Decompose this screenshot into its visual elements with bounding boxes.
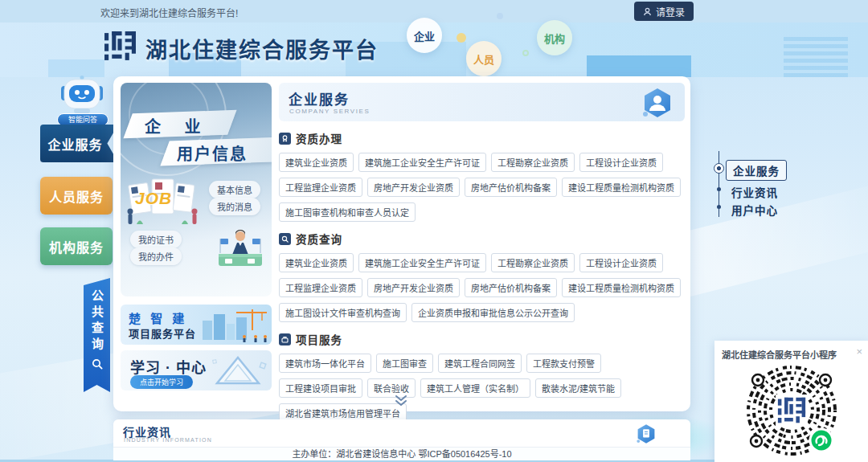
right-nav-company-services[interactable]: 企业服务 bbox=[726, 160, 787, 181]
section-qualification-handling: 资质办理 建筑业企业资质 建筑施工企业安全生产许可证 工程勘察企业资质 工程设计… bbox=[279, 130, 685, 222]
service-link[interactable]: 建设工程质量检测机构资质 bbox=[562, 278, 681, 297]
right-nav-active-marker bbox=[714, 163, 724, 174]
close-icon[interactable]: × bbox=[856, 345, 862, 358]
link-basic-info[interactable]: 基本信息 bbox=[209, 181, 260, 198]
section-qualification-query: 资质查询 建筑业企业资质 建筑施工企业安全生产许可证 工程勘察企业资质 工程设计… bbox=[279, 231, 685, 322]
qr-code-image bbox=[743, 362, 840, 459]
service-link[interactable]: 房地产开发企业资质 bbox=[367, 178, 460, 197]
bubble-org[interactable]: 机构 bbox=[537, 20, 572, 55]
section-project-services: 项目服务 建筑市场一体化平台 施工图审查 建筑工程合同网签 工程款支付预警 工程… bbox=[279, 331, 685, 423]
service-link[interactable]: 工程建设项目审批 bbox=[279, 378, 362, 398]
service-link[interactable]: 工程勘察企业资质 bbox=[491, 153, 575, 172]
service-link[interactable]: 工程款支付预警 bbox=[526, 354, 601, 373]
right-nav-dot bbox=[717, 187, 721, 191]
chuzhijian-banner[interactable]: 楚 智 建 项目服务平台 bbox=[121, 305, 272, 345]
decor-dot bbox=[457, 33, 466, 43]
login-button[interactable]: 请登录 bbox=[634, 2, 694, 21]
link-my-messages[interactable]: 我的消息 bbox=[209, 198, 260, 215]
services-subtitle: COMPANY SERVIES bbox=[289, 108, 370, 115]
study-center-title: 学习 · 中心 bbox=[130, 356, 207, 377]
company-person-hex-icon bbox=[641, 87, 674, 119]
decor-dot bbox=[497, 13, 503, 19]
public-query-label: 公共查询 bbox=[88, 289, 105, 354]
service-link[interactable]: 建筑施工企业安全生产许可证 bbox=[358, 153, 486, 172]
service-link[interactable]: 施工图审查 bbox=[376, 354, 433, 373]
footer-text: 主办单位：湖北省建设信息中心 鄂ICP备05016425号-10 bbox=[113, 447, 690, 460]
expand-more-chevron[interactable] bbox=[394, 395, 408, 409]
login-label: 请登录 bbox=[656, 5, 685, 18]
industry-news-card[interactable]: 行业资讯 INDUSTRY INFORMATION bbox=[113, 419, 690, 447]
public-query-ribbon[interactable]: 公共查询 bbox=[84, 278, 110, 392]
news-subtitle: INDUSTRY INFORMATION bbox=[124, 437, 212, 443]
service-link[interactable]: 施工图审查机构和审查人员认定 bbox=[279, 202, 416, 222]
qr-title: 湖北住建综合服务平台小程序 bbox=[722, 348, 837, 361]
service-link[interactable]: 工程设计企业资质 bbox=[579, 253, 663, 272]
service-link[interactable]: 房地产估价机构备案 bbox=[465, 178, 557, 197]
section-title: 项目服务 bbox=[296, 331, 342, 347]
service-link[interactable]: 工程设计企业资质 bbox=[579, 153, 663, 172]
service-link[interactable]: 建筑业企业资质 bbox=[279, 153, 354, 172]
building-silhouette bbox=[587, 55, 691, 77]
user-icon bbox=[643, 7, 652, 16]
page: 欢迎来到湖北住建综合服务平台! 请登录 湖北住建综合服务平台 企业 人员 机构 bbox=[0, 0, 868, 462]
user-panel-title-line2: 用户信息 bbox=[177, 141, 248, 165]
user-panel-title-line1: 企 业 bbox=[145, 114, 211, 137]
service-link[interactable]: 工程勘察企业资质 bbox=[491, 253, 575, 272]
building-silhouette bbox=[784, 37, 848, 77]
main-card: 企 业 用户信息 JOB 基本信息 我的消息 我的证书 我的办件 bbox=[113, 76, 690, 411]
certificate-icon bbox=[279, 133, 291, 145]
link-my-cases[interactable]: 我的办件 bbox=[130, 247, 182, 265]
sidebar-tab-org-services[interactable]: 机构服务 bbox=[40, 227, 113, 265]
service-link[interactable]: 联合验收 bbox=[367, 378, 416, 398]
construction-illustration bbox=[198, 306, 272, 343]
service-link[interactable]: 施工图设计文件审查机构查询 bbox=[279, 303, 407, 322]
job-label: JOB bbox=[135, 189, 172, 208]
service-link[interactable]: 建筑业企业资质 bbox=[279, 253, 354, 272]
service-link[interactable]: 工程监理企业资质 bbox=[279, 278, 362, 297]
service-link[interactable]: 建筑施工企业安全生产许可证 bbox=[358, 253, 486, 272]
services-panel: 企业服务 COMPANY SERVIES bbox=[279, 83, 685, 423]
search-doc-icon bbox=[279, 233, 291, 245]
site-title: 湖北住建综合服务平台 bbox=[145, 33, 379, 64]
service-desk-illustration bbox=[215, 226, 265, 271]
service-link[interactable]: 房地产估价机构备案 bbox=[465, 278, 557, 297]
right-nav-industry-news[interactable]: 行业资讯 bbox=[731, 184, 778, 200]
bubble-company[interactable]: 企业 bbox=[407, 18, 442, 53]
start-study-button[interactable]: 点击开始学习 bbox=[130, 375, 193, 389]
right-nav-user-center[interactable]: 用户中心 bbox=[731, 202, 778, 218]
service-link[interactable]: 建设工程质量检测机构资质 bbox=[562, 178, 681, 197]
service-link[interactable]: 建筑工程合同网签 bbox=[438, 354, 522, 373]
service-link[interactable]: 建筑工人管理（实名制） bbox=[420, 378, 530, 398]
miniprogram-qr-panel: 湖北住建综合服务平台小程序 × bbox=[714, 341, 868, 462]
section-title: 资质查询 bbox=[296, 231, 342, 247]
chuzhijian-title: 楚 智 建 bbox=[129, 309, 187, 326]
service-link[interactable]: 房地产开发企业资质 bbox=[367, 278, 460, 297]
study-center-banner[interactable]: 学习 · 中心 点击开始学习 bbox=[121, 350, 272, 390]
topbar: 欢迎来到湖北住建综合服务平台! bbox=[0, 0, 868, 22]
services-title: 企业服务 bbox=[289, 88, 350, 108]
bubble-person[interactable]: 人员 bbox=[466, 41, 502, 76]
sidebar-tab-person-services[interactable]: 人员服务 bbox=[40, 177, 113, 215]
ai-robot-icon[interactable] bbox=[53, 75, 111, 115]
briefcase-icon bbox=[279, 333, 291, 345]
service-link[interactable]: 工程监理企业资质 bbox=[279, 178, 362, 197]
chuzhijian-subtitle: 项目服务平台 bbox=[129, 325, 196, 341]
services-header: 企业服务 COMPANY SERVIES bbox=[279, 83, 685, 121]
triangle-illustration bbox=[209, 354, 268, 387]
service-link[interactable]: 建筑市场一体化平台 bbox=[279, 354, 371, 373]
sidebar-tab-company-services[interactable]: 企业服务 bbox=[40, 125, 118, 162]
welcome-text: 欢迎来到湖北住建综合服务平台! bbox=[100, 6, 238, 19]
news-doc-hex-icon bbox=[636, 423, 657, 444]
service-link[interactable]: 企业资质申报和审批信息公示公开查询 bbox=[411, 303, 575, 322]
company-user-panel: 企 业 用户信息 JOB 基本信息 我的消息 我的证书 我的办件 bbox=[121, 83, 272, 296]
service-link[interactable]: 散装水泥/建筑节能 bbox=[535, 378, 621, 398]
right-nav-dot bbox=[717, 205, 721, 209]
ai-assistant-badge[interactable]: 智能问答 bbox=[57, 113, 108, 126]
search-icon bbox=[92, 358, 103, 370]
platform-logo-icon bbox=[104, 30, 137, 63]
decor-dot bbox=[522, 50, 529, 56]
link-my-certificates[interactable]: 我的证书 bbox=[130, 231, 182, 248]
section-title: 资质办理 bbox=[296, 130, 342, 146]
